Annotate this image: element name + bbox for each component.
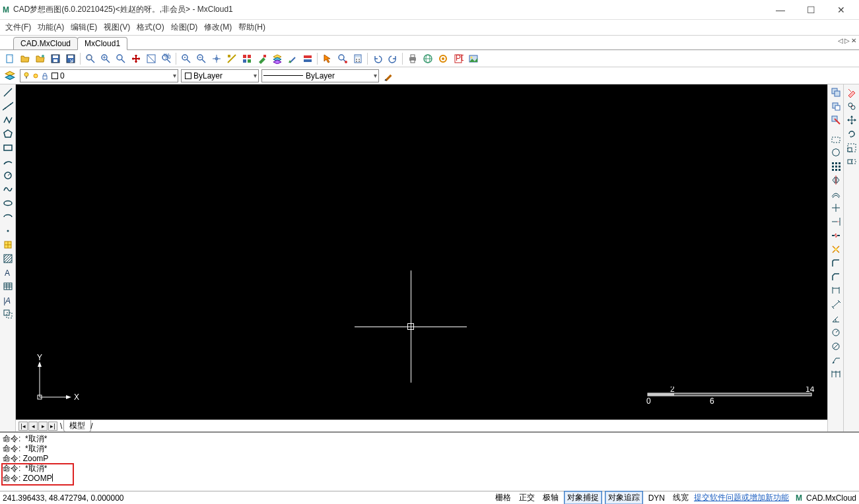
tab-nav-prev[interactable]: ◂ bbox=[28, 422, 38, 431]
toggle-dyn[interactable]: DYN bbox=[646, 493, 668, 503]
copy-object-tool[interactable] bbox=[845, 100, 858, 113]
chamfer-tool[interactable] bbox=[829, 270, 842, 284]
feedback-link[interactable]: 提交软件问题或增加新功能 bbox=[694, 492, 789, 503]
make-block-tool[interactable] bbox=[829, 146, 842, 159]
menu-draw[interactable]: 绘图(D) bbox=[171, 22, 198, 33]
insert-block-tool[interactable] bbox=[829, 132, 842, 145]
spline-tool[interactable] bbox=[1, 183, 15, 196]
xline-tool[interactable] bbox=[1, 100, 15, 113]
doc-tab-2[interactable]: MxCloud1 bbox=[77, 37, 127, 50]
mirror-tool[interactable] bbox=[829, 173, 842, 187]
leader-tool[interactable] bbox=[829, 354, 842, 367]
point-tool[interactable] bbox=[1, 224, 15, 237]
offset-tool[interactable] bbox=[829, 187, 842, 201]
move-tool[interactable] bbox=[845, 113, 858, 127]
save-as-button[interactable] bbox=[63, 51, 77, 65]
print-button[interactable] bbox=[405, 51, 419, 65]
menu-modify[interactable]: 修改(M) bbox=[204, 22, 232, 33]
rectangle-tool[interactable] bbox=[1, 141, 15, 154]
erase-tool[interactable] bbox=[845, 86, 858, 99]
polyline-tool[interactable] bbox=[1, 113, 15, 127]
ellipse-tool[interactable] bbox=[1, 197, 15, 210]
toggle-polar[interactable]: 极轴 bbox=[540, 491, 561, 504]
menu-file[interactable]: 文件(F) bbox=[5, 22, 31, 33]
toggle-otrack[interactable]: 对象追踪 bbox=[605, 491, 643, 504]
layer-manager-button[interactable] bbox=[3, 69, 17, 83]
trim-tool[interactable] bbox=[829, 201, 842, 214]
layer-button[interactable] bbox=[270, 51, 284, 65]
stretch-tool[interactable] bbox=[845, 155, 858, 168]
zoom-dynamic-button[interactable] bbox=[144, 51, 158, 65]
linetype-combo[interactable]: ByLayer ▾ bbox=[261, 69, 379, 82]
dim-linear-tool[interactable] bbox=[829, 284, 842, 298]
linetype-button[interactable] bbox=[300, 51, 314, 65]
match-props-button[interactable] bbox=[255, 51, 269, 65]
rotate-tool[interactable] bbox=[845, 127, 858, 141]
drawing-canvas[interactable]: Y X 2 14 0 6 bbox=[16, 84, 827, 420]
tab-close-icon[interactable]: ✕ bbox=[851, 37, 856, 44]
fillet-tool[interactable] bbox=[829, 257, 842, 270]
break-tool[interactable] bbox=[829, 229, 842, 242]
tab-nav-last[interactable]: ▸| bbox=[48, 422, 57, 431]
zoom-out-button[interactable] bbox=[194, 51, 208, 65]
tab-nav-next[interactable]: ▸ bbox=[38, 422, 48, 431]
menu-format[interactable]: 格式(O) bbox=[137, 22, 164, 33]
zoom-scale-button[interactable]: % bbox=[159, 51, 173, 65]
paste-tool[interactable] bbox=[829, 100, 842, 113]
block-tool[interactable] bbox=[1, 238, 15, 251]
explode-tool[interactable] bbox=[829, 243, 842, 256]
new-file-button[interactable] bbox=[3, 51, 17, 65]
model-tab[interactable]: 模型 bbox=[63, 420, 91, 432]
open-file-button[interactable] bbox=[18, 51, 32, 65]
scale-tool[interactable] bbox=[845, 141, 858, 154]
command-input[interactable]: ZOOMP bbox=[23, 474, 52, 484]
dim-continue-tool[interactable] bbox=[829, 367, 842, 381]
layer-combo[interactable]: 0 ▾ bbox=[20, 69, 178, 82]
zoom-all-button[interactable] bbox=[209, 51, 223, 65]
cut-tool[interactable] bbox=[829, 113, 842, 127]
table-tool[interactable] bbox=[1, 280, 15, 293]
menu-edit[interactable]: 编辑(E) bbox=[71, 22, 97, 33]
mtext-tool[interactable]: |A bbox=[1, 294, 15, 307]
ellipse-arc-tool[interactable] bbox=[1, 210, 15, 224]
calc-button[interactable] bbox=[351, 51, 364, 65]
polygon-tool[interactable] bbox=[1, 127, 15, 141]
settings-button[interactable] bbox=[436, 51, 450, 65]
open-cloud-button[interactable] bbox=[33, 51, 47, 65]
select-button[interactable] bbox=[320, 51, 334, 65]
color-button[interactable] bbox=[285, 51, 299, 65]
command-input-line[interactable]: 命令: ZOOMP bbox=[3, 474, 856, 484]
find-button[interactable] bbox=[335, 51, 349, 65]
circle-tool[interactable] bbox=[1, 169, 15, 182]
toggle-lwt[interactable]: 线宽 bbox=[670, 491, 691, 504]
dim-aligned-tool[interactable] bbox=[829, 298, 842, 311]
minimize-button[interactable]: — bbox=[765, 1, 796, 19]
hatch-tool[interactable] bbox=[1, 252, 15, 265]
tab-next-icon[interactable]: ▷ bbox=[844, 37, 850, 44]
line-tool[interactable] bbox=[1, 86, 15, 99]
pdf-button[interactable]: PDF bbox=[451, 51, 465, 65]
dim-radius-tool[interactable] bbox=[829, 326, 842, 339]
region-tool[interactable] bbox=[1, 307, 15, 321]
text-tool[interactable]: A bbox=[1, 266, 15, 279]
dim-angular-tool[interactable] bbox=[829, 312, 842, 325]
tab-nav-first[interactable]: |◂ bbox=[18, 422, 28, 431]
maximize-button[interactable]: ☐ bbox=[796, 1, 826, 19]
copy-tool[interactable] bbox=[829, 86, 842, 99]
close-button[interactable]: ✕ bbox=[826, 1, 856, 19]
cloud-button[interactable] bbox=[421, 51, 434, 65]
menu-func[interactable]: 功能(A) bbox=[38, 22, 64, 33]
zoom-in-button[interactable] bbox=[98, 51, 112, 65]
menu-view[interactable]: 视图(V) bbox=[104, 22, 130, 33]
tab-prev-icon[interactable]: ◁ bbox=[838, 37, 843, 44]
redo-button[interactable] bbox=[386, 51, 399, 65]
menu-help[interactable]: 帮助(H) bbox=[238, 22, 265, 33]
image-button[interactable] bbox=[466, 51, 480, 65]
toggle-osnap[interactable]: 对象捕捉 bbox=[564, 491, 602, 504]
brush-button[interactable] bbox=[382, 69, 396, 83]
pan-button[interactable] bbox=[129, 51, 143, 65]
regen-button[interactable] bbox=[224, 51, 238, 65]
undo-button[interactable] bbox=[370, 51, 384, 65]
toggle-grid[interactable]: 栅格 bbox=[493, 491, 514, 504]
zoom-extents-button[interactable] bbox=[114, 51, 127, 65]
